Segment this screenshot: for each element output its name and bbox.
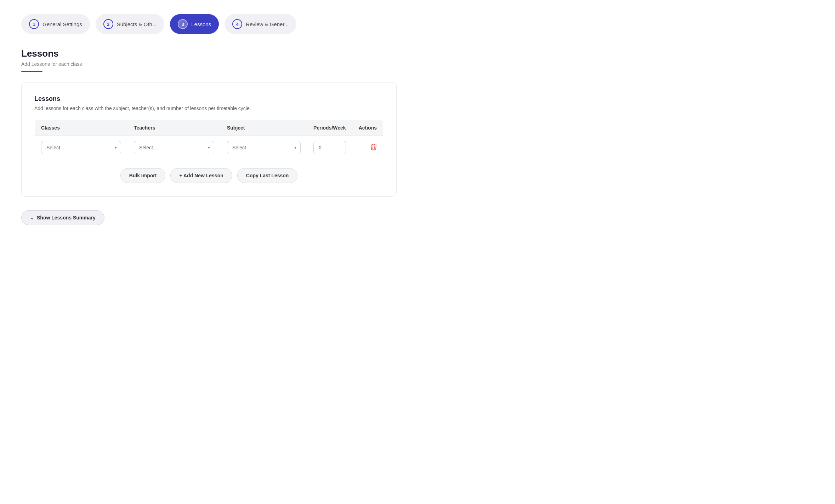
page-title: Lessons: [21, 48, 814, 59]
classes-select-wrapper: Select... ▾: [41, 141, 121, 154]
teachers-select[interactable]: Select...: [134, 141, 214, 154]
classes-select[interactable]: Select...: [41, 141, 121, 154]
step-3-lessons[interactable]: 3 Lessons: [170, 14, 219, 34]
cell-periods: [307, 136, 352, 160]
lessons-table: Classes Teachers Subject Periods/Week Ac…: [34, 120, 384, 160]
cell-actions: [352, 136, 384, 160]
delete-row-button[interactable]: [359, 143, 377, 152]
card-title: Lessons: [34, 95, 384, 103]
trash-icon: [370, 143, 377, 152]
cell-subject: Select ▾: [221, 136, 307, 160]
step-1-general-settings[interactable]: 1 General Settings: [21, 14, 90, 34]
step-2-label: Subjects & Oth...: [117, 21, 157, 27]
page-subtitle: Add Lessons for each class: [21, 61, 814, 67]
step-4-label: Review & Gener...: [246, 21, 289, 27]
step-1-label: General Settings: [42, 21, 82, 27]
table-row: Select... ▾ Select... ▾: [35, 136, 384, 160]
step-3-label: Lessons: [191, 21, 211, 27]
col-header-teachers: Teachers: [127, 120, 221, 136]
stepper: 1 General Settings 2 Subjects & Oth... 3…: [21, 14, 814, 34]
table-header-row: Classes Teachers Subject Periods/Week Ac…: [35, 120, 384, 136]
chevron-down-icon: ⌄: [30, 215, 34, 220]
add-new-lesson-button[interactable]: + Add New Lesson: [170, 168, 232, 183]
col-header-subject: Subject: [221, 120, 307, 136]
step-4-number: 4: [232, 19, 242, 29]
step-1-number: 1: [29, 19, 39, 29]
card-description: Add lessons for each class with the subj…: [34, 105, 384, 111]
title-underline: [21, 71, 42, 72]
lessons-card: Lessons Add lessons for each class with …: [21, 82, 397, 197]
col-header-periods: Periods/Week: [307, 120, 352, 136]
subject-select-wrapper: Select ▾: [227, 141, 301, 154]
summary-button-label: Show Lessons Summary: [37, 215, 96, 220]
cell-classes: Select... ▾: [35, 136, 127, 160]
col-header-classes: Classes: [35, 120, 127, 136]
step-2-number: 2: [103, 19, 113, 29]
action-buttons-row: Bulk Import + Add New Lesson Copy Last L…: [34, 168, 384, 183]
cell-teachers: Select... ▾: [127, 136, 221, 160]
copy-last-lesson-button[interactable]: Copy Last Lesson: [237, 168, 298, 183]
bulk-import-button[interactable]: Bulk Import: [120, 168, 166, 183]
step-3-number: 3: [178, 19, 188, 29]
show-lessons-summary-button[interactable]: ⌄ Show Lessons Summary: [21, 210, 104, 225]
subject-select[interactable]: Select: [227, 141, 301, 154]
periods-input[interactable]: [313, 141, 346, 154]
page-header: Lessons Add Lessons for each class: [21, 48, 814, 72]
step-2-subjects[interactable]: 2 Subjects & Oth...: [96, 14, 165, 34]
teachers-select-wrapper: Select... ▾: [134, 141, 214, 154]
col-header-actions: Actions: [352, 120, 384, 136]
step-4-review[interactable]: 4 Review & Gener...: [225, 14, 296, 34]
